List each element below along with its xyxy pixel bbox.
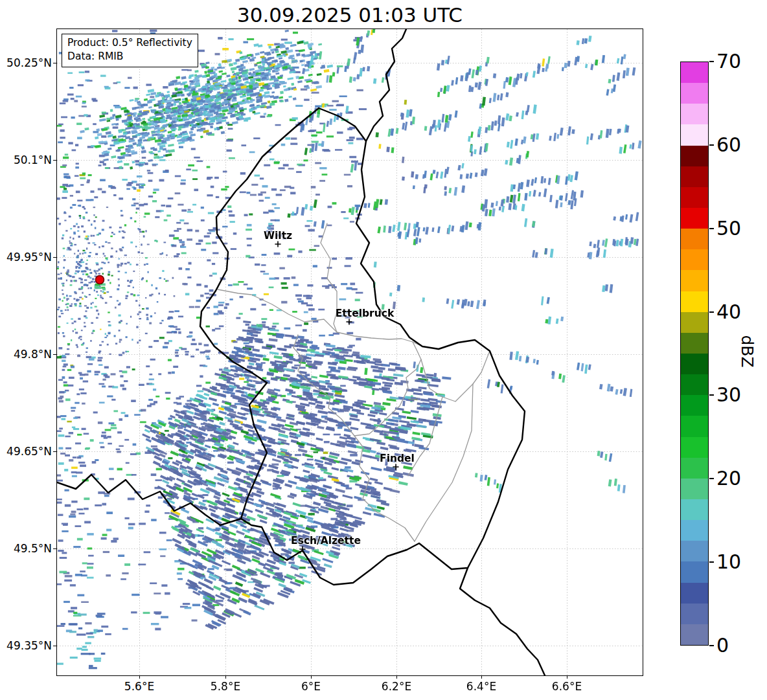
x-tick-mark (139, 675, 140, 679)
colorbar-segment (681, 229, 708, 249)
colorbar-segment (681, 62, 708, 83)
x-tick-mark (396, 675, 397, 679)
colorbar-segment (681, 458, 708, 479)
colorbar-segment (681, 333, 708, 354)
colorbar-segment (681, 312, 708, 333)
colorbar-segment (681, 104, 708, 124)
colorbar-tick-label: 70 (716, 49, 741, 74)
map-overlay (57, 29, 643, 675)
map-title: 30.09.2025 01:03 UTC (57, 4, 643, 26)
colorbar-tick-mark (709, 478, 714, 479)
colorbar-tick-mark (709, 561, 714, 563)
colorbar-segment (681, 146, 708, 166)
x-tick-label: 6.6°E (538, 680, 596, 693)
colorbar-segment (681, 354, 708, 374)
y-tick-label: 50.1°N (0, 152, 52, 168)
country-border (200, 108, 525, 585)
colorbar-segment (681, 520, 708, 541)
district-border (293, 335, 421, 436)
map-plot-area: Product: 0.5° Reflectivity Data: RMIB Wi… (56, 28, 643, 676)
colorbar-segment (681, 208, 708, 229)
colorbar-segment (681, 395, 708, 416)
city-label: Findel (380, 453, 415, 464)
x-tick-label: 6°E (282, 680, 340, 693)
x-tick-label: 6.4°E (452, 680, 510, 693)
colorbar-tick-mark (709, 394, 714, 396)
x-tick-mark (225, 675, 226, 679)
radar-site-dot (96, 276, 104, 284)
colorbar-segment (681, 83, 708, 104)
colorbar-segment (681, 374, 708, 395)
district-border (354, 436, 415, 541)
colorbar-segment (681, 416, 708, 436)
x-tick-label: 5.6°E (110, 680, 168, 693)
city-label: Ettelbruck (336, 308, 395, 319)
y-tick-label: 50.25°N (0, 55, 52, 71)
colorbar-segment (681, 583, 708, 604)
y-tick-mark (53, 63, 56, 63)
colorbar-tick-mark (709, 144, 714, 146)
y-tick-mark (53, 160, 56, 161)
colorbar-segment (681, 624, 708, 645)
colorbar-tick-label: 50 (716, 216, 741, 241)
colorbar-tick-label: 20 (716, 466, 741, 491)
country-border (366, 29, 406, 141)
colorbar-segment (681, 499, 708, 520)
colorbar-segment (681, 124, 708, 145)
colorbar-segment (681, 479, 708, 499)
x-tick-label: 6.2°E (367, 680, 426, 693)
colorbar-tick-label: 0 (716, 633, 729, 658)
y-tick-mark (53, 354, 56, 355)
y-tick-mark (53, 451, 56, 452)
data-source-label: Data: RMIB (67, 50, 192, 63)
colorbar-segment (681, 270, 708, 291)
x-tick-label: 5.8°E (196, 680, 255, 693)
product-label: Product: 0.5° Reflectivity (67, 36, 192, 50)
x-tick-mark (311, 675, 312, 679)
colorbar-tick-mark (709, 61, 714, 62)
city-label: Esch/Alzette (291, 535, 361, 547)
colorbar-segment (681, 187, 708, 208)
country-border (460, 568, 545, 675)
colorbar-segment (681, 166, 708, 187)
colorbar-tick-mark (709, 228, 714, 229)
colorbar-unit-label: dBZ (738, 335, 757, 367)
y-tick-mark (53, 646, 56, 646)
x-tick-mark (567, 675, 567, 679)
x-tick-mark (481, 675, 482, 679)
city-label: Wiltz (264, 230, 292, 242)
colorbar-tick-label: 40 (716, 300, 741, 324)
colorbar-gradient (680, 62, 709, 646)
product-annotation-box: Product: 0.5° Reflectivity Data: RMIB (62, 34, 198, 67)
district-border (415, 384, 473, 541)
colorbar-tick-mark (709, 645, 714, 646)
y-tick-mark (53, 548, 56, 549)
colorbar-tick-label: 10 (716, 550, 741, 574)
colorbar-segment (681, 437, 708, 458)
colorbar-segment (681, 291, 708, 312)
colorbar-segment (681, 541, 708, 561)
colorbar-tick-label: 30 (716, 383, 741, 407)
colorbar-tick-mark (709, 311, 714, 313)
district-border (321, 223, 337, 332)
country-border (57, 475, 241, 525)
district-border (421, 351, 490, 401)
y-tick-label: 49.35°N (0, 638, 52, 653)
colorbar-segment (681, 604, 708, 624)
colorbar-segment (681, 561, 708, 582)
y-tick-label: 49.65°N (0, 444, 52, 459)
colorbar-segment (681, 249, 708, 270)
y-tick-label: 49.95°N (0, 249, 52, 265)
y-tick-label: 49.8°N (0, 346, 52, 362)
y-tick-label: 49.5°N (0, 541, 52, 556)
colorbar-tick-label: 60 (716, 133, 741, 157)
radar-map-page: 30.09.2025 01:03 UTC Product: 0.5° Refle… (0, 0, 767, 700)
y-tick-mark (53, 257, 56, 258)
colorbar: 010203040506070 dBZ (680, 62, 709, 646)
